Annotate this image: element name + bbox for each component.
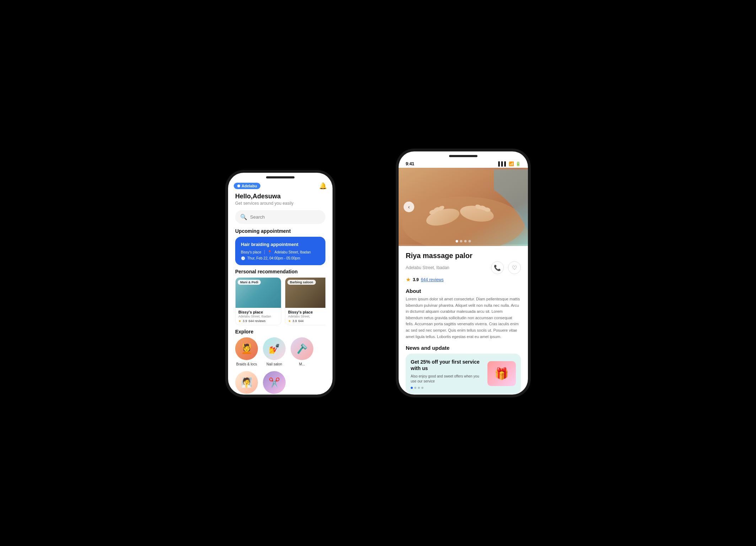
left-phone: Adelabu 🔔 Hello,Adesuwa Get services aro…: [225, 170, 335, 397]
rec-name-2: Bissy's place: [288, 310, 325, 314]
star-icon-1: ★: [238, 319, 241, 323]
detail-content: Riya massage palor Adelabu Street, Ibada…: [399, 246, 528, 395]
status-time: 9:41: [406, 161, 414, 166]
explore-item-braids[interactable]: 💆 Braids & locs: [235, 337, 258, 366]
right-screen: ‹ Riya massage palor Adelabu Street, Iba…: [399, 168, 528, 395]
appt-time: 🕓 Thur, Feb 22, 04:00pm - 05:00pm: [241, 256, 320, 260]
rec-card-2[interactable]: Barbing saloon Bissy's place Adelabu Str…: [285, 277, 325, 325]
recommendation-title: Personal recommendation: [235, 269, 325, 274]
news-headline: Get 25% off your first service with us: [411, 359, 484, 371]
explore-item-4[interactable]: 🧖: [235, 371, 258, 394]
about-text: Lorem ipsum dolor sit amet consectetur. …: [406, 296, 521, 340]
appt-meta: Bissy's place 📍 Adelabu Street, Ibadan: [241, 250, 320, 254]
news-dot-1: [411, 387, 413, 389]
search-input[interactable]: [250, 214, 320, 220]
news-dot-3: [418, 387, 420, 389]
appt-title: Hair braiding appointment: [241, 242, 320, 247]
status-bar-left: Adelabu 🔔: [228, 180, 333, 191]
rec-tag-1: Mani & Pedi: [238, 280, 261, 285]
business-address: Adelabu Street, Ibadan: [406, 265, 449, 270]
rec-info-2: Bissy's place Adelabu Street, ★ 3.9 644: [285, 308, 325, 325]
explore-label-braids: Braids & locs: [236, 362, 257, 366]
action-buttons: 📞 ♡: [491, 261, 521, 274]
signal-icon: ▌▌▌: [498, 161, 507, 166]
back-button[interactable]: ‹: [404, 202, 414, 212]
rating-num: 3.9: [413, 277, 419, 282]
hero-image: ‹: [399, 168, 528, 246]
appointment-card[interactable]: Hair braiding appointment Bissy's place …: [235, 237, 325, 265]
search-bar[interactable]: 🔍: [235, 210, 325, 224]
phone-button[interactable]: 📞: [491, 261, 504, 274]
wifi-icon: 📶: [509, 161, 514, 166]
reviews-link[interactable]: 644 reviews: [421, 277, 444, 282]
rec-rating-2: ★ 3.9 644: [288, 319, 325, 323]
rec-card-1[interactable]: Mani & Pedi Bissy's place Adelabu Street…: [235, 277, 281, 325]
explore-circle-braids: 💆: [235, 337, 258, 360]
dot-3: [464, 240, 467, 242]
hero-svg: [399, 168, 528, 246]
location-pill[interactable]: Adelabu: [234, 183, 260, 189]
greeting-name: Hello,Adesuwa: [235, 193, 325, 200]
right-phone: 9:41 ▌▌▌ 📶 🔋: [396, 149, 531, 397]
appt-place: Bissy's place: [241, 250, 261, 254]
rec-rating-1: ★ 3.9 644 reviews: [238, 319, 278, 323]
news-text-block: Get 25% off your first service with us A…: [411, 359, 484, 389]
left-screen: Hello,Adesuwa Get services around you ea…: [228, 191, 333, 395]
explore-circle-5: ✂️: [263, 371, 286, 394]
rec-address-1: Adelabu Street, Ibadan: [238, 315, 278, 318]
greeting-sub: Get services around you easily: [235, 201, 325, 206]
explore-item-nail[interactable]: 💅 Nail salon: [263, 337, 286, 366]
news-section: News and update Get 25% off your first s…: [406, 345, 521, 394]
explore-circle-nail: 💅: [263, 337, 286, 360]
star-icon-main: ★: [406, 276, 411, 283]
status-icons: ▌▌▌ 📶 🔋: [498, 161, 521, 166]
search-icon: 🔍: [240, 214, 247, 220]
explore-circle-more: 🪒: [291, 337, 313, 360]
dot-4: [469, 240, 471, 242]
news-title: News and update: [406, 345, 521, 351]
rec-info-1: Bissy's place Adelabu Street, Ibadan ★ 3…: [236, 308, 281, 325]
location-icon-appt: 📍: [268, 250, 272, 254]
explore-label-more: M...: [299, 362, 305, 366]
news-dot-2: [414, 387, 416, 389]
image-dots: [456, 240, 471, 242]
about-title: About: [406, 288, 521, 294]
upcoming-section-title: Upcoming appointment: [235, 228, 325, 234]
rec-address-2: Adelabu Street,: [288, 315, 325, 318]
explore-circle-4: 🧖: [235, 371, 258, 394]
dot-1: [456, 240, 458, 242]
news-card[interactable]: Get 25% off your first service with us A…: [406, 354, 521, 394]
news-image: 🎁: [487, 361, 516, 386]
status-bar-right: 9:41 ▌▌▌ 📶 🔋: [399, 159, 528, 168]
appt-address: Adelabu Street, Ibadan: [275, 250, 311, 254]
explore-row-2: 🧖 ✂️: [235, 371, 325, 394]
detail-row: Adelabu Street, Ibadan 📞 ♡: [406, 261, 521, 274]
news-dot-4: [421, 387, 423, 389]
rec-img-1: Mani & Pedi: [236, 278, 281, 308]
explore-item-more[interactable]: 🪒 M...: [291, 337, 313, 366]
dot-2: [460, 240, 463, 242]
clock-icon: 🕓: [241, 256, 245, 260]
explore-item-5[interactable]: ✂️: [263, 371, 286, 394]
star-icon-2: ★: [288, 319, 291, 323]
rating-row: ★ 3.9 644 reviews: [406, 276, 521, 283]
battery-icon: 🔋: [515, 161, 521, 166]
explore-label-nail: Nail salon: [266, 362, 282, 366]
business-name: Riya massage palor: [406, 252, 521, 260]
favorite-button[interactable]: ♡: [508, 261, 521, 274]
location-label: Adelabu: [242, 184, 257, 188]
explore-row: 💆 Braids & locs 💅 Nail salon 🪒 M...: [235, 337, 325, 366]
news-dots: [411, 387, 484, 389]
rec-img-2: Barbing saloon: [285, 278, 325, 308]
news-sub: Also enjoy good and sweet offers when yo…: [411, 374, 484, 384]
explore-title: Explore: [235, 329, 325, 334]
recommendation-row: Mani & Pedi Bissy's place Adelabu Street…: [235, 277, 325, 325]
rec-tag-2: Barbing saloon: [287, 280, 316, 285]
rec-name-1: Bissy's place: [238, 310, 278, 314]
notification-icon[interactable]: 🔔: [319, 182, 327, 190]
